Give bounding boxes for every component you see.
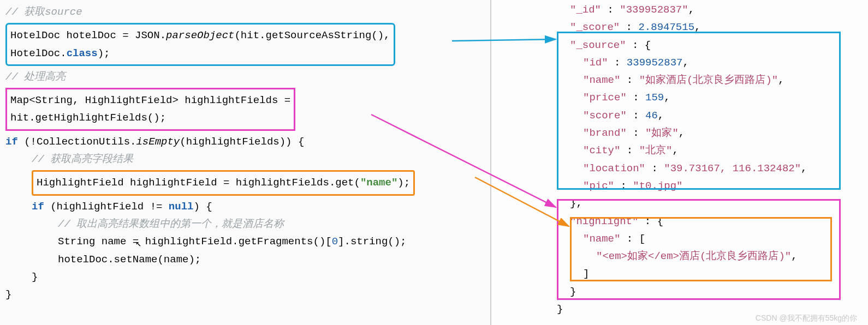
json-key: "_id" bbox=[570, 4, 601, 16]
code: hit.getHighlightFields(); bbox=[10, 109, 290, 127]
highlight-fields-box: Map<String, HighlightField> highlightFie… bbox=[5, 88, 295, 131]
json-response-panel: "_id" : "339952837", "_score" : 2.894751… bbox=[551, 0, 868, 319]
code: ].string(); bbox=[338, 236, 406, 248]
comma: , bbox=[801, 162, 807, 174]
parse-source-box: HotelDoc hotelDoc = JSON.parseObject(hit… bbox=[5, 23, 395, 66]
code: hotelDoc.setName(name); bbox=[5, 251, 485, 268]
code: ); bbox=[98, 47, 110, 59]
keyword-null: null bbox=[169, 201, 194, 213]
json-key: "name" bbox=[583, 233, 620, 245]
code: (highlightFields)) { bbox=[180, 136, 304, 148]
json-sep: : bbox=[627, 127, 645, 139]
json-value: 2.8947515 bbox=[638, 21, 694, 33]
json-value: 159 bbox=[645, 92, 664, 104]
json-value: "t0.jpg" bbox=[633, 180, 682, 192]
bracket: ] bbox=[557, 265, 863, 282]
brace: } bbox=[557, 283, 863, 300]
code: ) { bbox=[193, 201, 212, 213]
comment-get-field: // 获取高亮字段结果 bbox=[32, 153, 133, 165]
bracket: : [ bbox=[620, 233, 645, 245]
code: (highlightField != bbox=[44, 201, 169, 213]
brace: }, bbox=[557, 195, 863, 212]
comma: , bbox=[778, 74, 784, 86]
json-key: "_source" bbox=[570, 39, 626, 51]
json-key: "_score" bbox=[570, 21, 620, 33]
comma: , bbox=[672, 145, 678, 157]
comment-get-source: // 获取source bbox=[5, 6, 82, 18]
json-value: "如家" bbox=[645, 127, 679, 139]
json-sep: : bbox=[614, 180, 633, 192]
keyword-if: if bbox=[5, 136, 18, 148]
json-value: "如家酒店(北京良乡西路店)" bbox=[639, 74, 778, 86]
json-sep: : bbox=[620, 145, 639, 157]
comma: , bbox=[688, 4, 694, 16]
json-sep: : bbox=[645, 162, 664, 174]
code: HotelDoc hotelDoc = JSON. bbox=[10, 29, 166, 41]
comma: , bbox=[791, 250, 797, 262]
json-highlight-value: "<em>如家</em>酒店(北京良乡西路店)" bbox=[596, 250, 791, 262]
json-value: "北京" bbox=[639, 145, 673, 157]
brace: } bbox=[5, 286, 485, 303]
number-literal: 0 bbox=[332, 236, 338, 248]
code: (hit.getSourceAsString(), bbox=[234, 29, 390, 41]
json-key: "name" bbox=[583, 74, 620, 86]
json-value: "39.73167, 116.132482" bbox=[664, 162, 801, 174]
json-sep: : bbox=[627, 92, 645, 104]
json-key: "location" bbox=[583, 162, 645, 174]
code: (!CollectionUtils. bbox=[18, 136, 136, 148]
keyword-class: class bbox=[67, 47, 98, 59]
code: HighlightField highlightField = highligh… bbox=[37, 177, 360, 189]
comma: , bbox=[658, 110, 664, 122]
json-sep: : bbox=[601, 4, 620, 16]
comment-highlight: // 处理高亮 bbox=[5, 71, 66, 83]
code: String name = highlightField.getFragment… bbox=[58, 236, 332, 248]
json-sep: : bbox=[620, 21, 638, 33]
comma: , bbox=[664, 92, 670, 104]
code: HotelDoc. bbox=[10, 47, 67, 59]
json-sep: : bbox=[620, 74, 639, 86]
json-key: "score" bbox=[583, 110, 627, 122]
java-code-panel: // 获取source HotelDoc hotelDoc = JSON.par… bbox=[0, 0, 491, 325]
json-value: 46 bbox=[645, 110, 658, 122]
brace: : { bbox=[638, 215, 663, 227]
mouse-cursor-icon: ↖ bbox=[135, 236, 141, 252]
brace: : { bbox=[626, 39, 651, 51]
json-key: "id" bbox=[583, 57, 608, 69]
json-value: 339952837 bbox=[627, 57, 683, 69]
json-key: "highlight" bbox=[570, 215, 638, 227]
code: Map<String, HighlightField> highlightFie… bbox=[10, 92, 290, 109]
brace: } bbox=[5, 268, 485, 286]
code: ); bbox=[397, 177, 410, 189]
json-value: "339952837" bbox=[620, 4, 688, 16]
json-sep: : bbox=[608, 57, 627, 69]
string-literal: "name" bbox=[360, 177, 397, 189]
json-sep: : bbox=[627, 110, 645, 122]
json-key: "pic" bbox=[583, 180, 614, 192]
get-name-field-box: HighlightField highlightField = highligh… bbox=[32, 170, 415, 195]
json-key: "price" bbox=[583, 92, 627, 104]
keyword-if: if bbox=[32, 201, 44, 213]
code: isEmpty bbox=[136, 136, 180, 148]
json-key: "brand" bbox=[583, 127, 627, 139]
comma: , bbox=[679, 127, 685, 139]
comma: , bbox=[694, 21, 700, 33]
code: parseObject bbox=[166, 29, 234, 41]
comma: , bbox=[682, 57, 688, 69]
watermark-text: CSDN @我不配拥有55kg的你 bbox=[756, 312, 857, 325]
json-key: "city" bbox=[583, 145, 620, 157]
comment-first-fragment: // 取出高亮结果数组中的第一个，就是酒店名称 bbox=[58, 218, 284, 230]
